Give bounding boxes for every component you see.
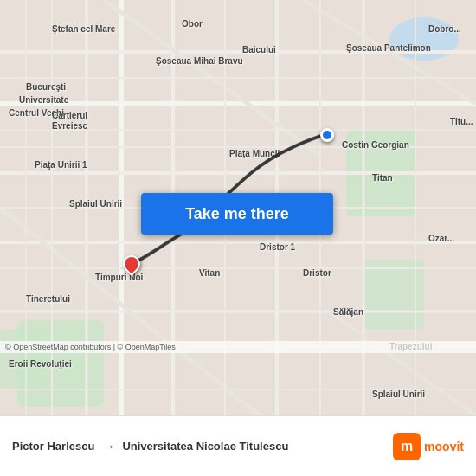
map-label-obor: Obor (182, 19, 203, 29)
map-label-titan: Titan (372, 173, 393, 183)
osm-attribution: © OpenStreetMap contributors | © OpenMap… (0, 341, 476, 353)
map-label-dristor: Dristor (303, 268, 331, 278)
map-label-eroii_revolutiei: Eroii Revoluţiei (9, 359, 72, 369)
moovit-text: moovit (424, 440, 464, 453)
map-label-dobro: Dobro... (428, 24, 461, 34)
map-label-cartierul: Cartierul (52, 111, 87, 120)
map-label-vitan: Vitan (199, 268, 220, 278)
destination-label: Universitatea Nicolae Titulescu (122, 440, 288, 453)
map-container: Ştefan cel MareOborBaiculuiBucureştiUniv… (0, 0, 476, 415)
map-label-soseaua_mihai_bravu: Şoseaua Mihai Bravu (156, 56, 243, 66)
map-label-splai_unirii_bottom: Splaiul Unirii (372, 389, 425, 399)
footer-bar: Pictor Harlescu → Universitatea Nicolae … (0, 415, 476, 476)
map-label-timpuri_noi: Timpuri Noi (95, 273, 143, 282)
arrow-icon: → (101, 439, 115, 454)
map-label-splai_unirii_left: Splaiul Unirii (69, 199, 122, 209)
map-label-dristor_1: Dristor 1 (260, 242, 295, 252)
moovit-icon: m (393, 433, 421, 460)
svg-line-16 (0, 208, 260, 415)
moovit-logo: m moovit (393, 433, 464, 460)
origin-label: Pictor Harlescu (12, 440, 94, 453)
map-label-baicului: Baicului (242, 45, 276, 55)
map-label-piata_unirii_1: Piaţa Unirii 1 (35, 160, 87, 170)
take-me-there-button[interactable]: Take me there (141, 193, 333, 235)
map-label-universitate: Universitate (19, 95, 68, 105)
map-label-titu: Titu... (450, 117, 473, 126)
route-info: Pictor Harlescu → Universitatea Nicolae … (12, 439, 393, 454)
map-label-salajan: Sălăjan (333, 307, 363, 317)
map-label-stefan: Ştefan cel Mare (52, 24, 115, 34)
destination-marker (320, 128, 334, 142)
svg-rect-2 (363, 260, 424, 329)
map-label-evreiesc: Evreiesc (52, 121, 87, 131)
map-label-costin_georgian: Costin Georgian (342, 140, 409, 150)
map-label-bucuresti: Bucureşti (26, 82, 66, 92)
map-label-ozar: Ozar... (428, 234, 454, 243)
svg-line-18 (329, 312, 476, 415)
svg-line-15 (104, 0, 320, 156)
map-label-tineretului: Tineretului (26, 294, 70, 304)
map-label-piata_muncii: Piaţa Muncii (229, 149, 280, 158)
map-label-soseaua_pantelimon: Şoseaua Pantelimon (346, 43, 431, 53)
origin-marker (123, 255, 140, 273)
